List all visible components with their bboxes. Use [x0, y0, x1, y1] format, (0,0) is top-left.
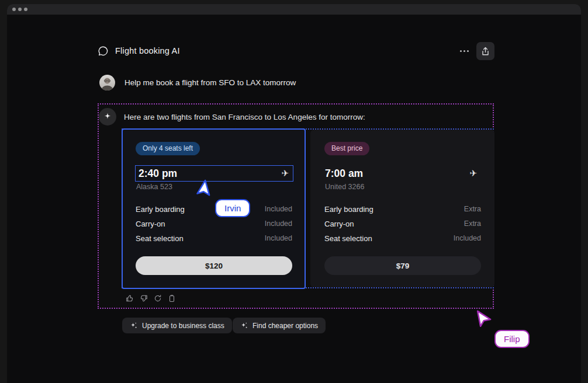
regenerate-icon[interactable] — [153, 294, 162, 302]
ai-message-text: Here are two flights from San Francisco … — [124, 113, 365, 121]
feature-row: Seat selection Included — [136, 232, 292, 244]
screenshot-root: Flight booking AI Help me boo — [0, 0, 588, 383]
app-window: Flight booking AI Help me boo — [7, 4, 581, 383]
sparkle-icon — [130, 322, 137, 329]
ellipsis-icon — [460, 50, 462, 52]
seats-left-badge: Only 4 seats left — [136, 142, 200, 155]
suggestion-chip-upgrade[interactable]: Upgrade to business class — [122, 318, 232, 333]
copy-icon[interactable] — [167, 294, 176, 302]
feature-row: Early boarding Extra — [324, 203, 481, 215]
plane-icon: ✈ — [469, 168, 477, 179]
flight-number: United 3266 — [325, 183, 364, 191]
ai-avatar — [99, 108, 116, 126]
best-price-badge: Best price — [324, 142, 369, 155]
flight-time: 7:00 am — [325, 168, 363, 180]
page-title: Flight booking AI — [115, 46, 180, 55]
feature-row: Seat selection Included — [324, 232, 481, 244]
user-avatar — [99, 75, 115, 90]
sparkle-icon — [102, 112, 113, 122]
share-button[interactable] — [476, 42, 494, 60]
feature-row: Carry-on Included — [136, 218, 292, 229]
window-control-zoom[interactable] — [24, 8, 27, 11]
chat-bubble-icon — [98, 46, 109, 57]
message-actions — [125, 294, 176, 302]
thumbs-up-icon[interactable] — [125, 294, 134, 302]
flight-time-row: 7:00 am ✈ — [324, 165, 481, 182]
feature-row: Early boarding Included — [136, 203, 292, 215]
window-control-close[interactable] — [12, 8, 16, 11]
book-button-alaska[interactable]: $120 — [136, 256, 292, 275]
flight-time: 2:40 pm — [139, 168, 177, 180]
suggestion-chip-cheaper[interactable]: Find cheaper options — [233, 318, 326, 333]
sparkle-icon — [240, 322, 248, 329]
cursor-label-filip: Filip — [494, 330, 530, 348]
share-icon — [481, 47, 490, 56]
more-options-button[interactable] — [456, 45, 472, 57]
window-control-minimize[interactable] — [18, 8, 22, 11]
thumbs-down-icon[interactable] — [139, 294, 148, 302]
flight-time-row-selected[interactable]: 2:40 pm ✈ — [135, 165, 293, 182]
user-message: Help me book a flight from SFO to LAX to… — [99, 75, 296, 90]
window-titlebar — [7, 4, 581, 15]
suggestion-label: Find cheaper options — [253, 322, 318, 330]
plane-icon: ✈ — [281, 168, 289, 179]
flight-number: Alaska 523 — [136, 183, 172, 191]
cursor-label-irvin: Irvin — [215, 199, 250, 217]
user-message-text: Help me book a flight from SFO to LAX to… — [124, 78, 296, 87]
suggestion-label: Upgrade to business class — [142, 322, 224, 330]
chat-header: Flight booking AI — [98, 41, 180, 60]
book-button-united[interactable]: $79 — [324, 256, 481, 275]
feature-row: Carry-on Extra — [324, 218, 481, 229]
cursor-filip-icon — [473, 310, 493, 330]
